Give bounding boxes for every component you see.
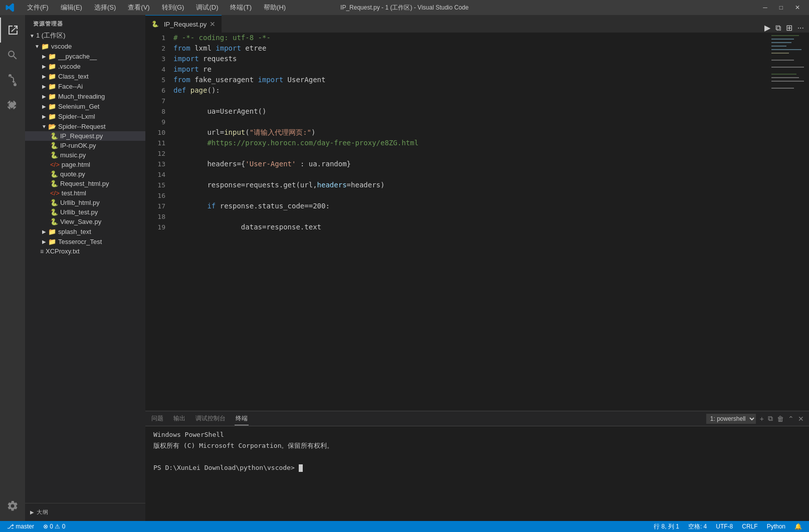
terminal-content[interactable]: Windows PowerShell 版权所有 (C) Microsoft Co… <box>145 426 809 521</box>
run-icon[interactable]: ▶ <box>764 23 770 33</box>
status-eol[interactable]: CRLF <box>740 523 759 530</box>
panel-tab-output[interactable]: 输出 <box>172 412 186 425</box>
minimap-svg <box>769 33 809 233</box>
tree-splash-text[interactable]: ▶ 📁 splash_text <box>25 226 145 236</box>
terminal-selector[interactable]: 1: powershell <box>706 414 756 424</box>
status-errors[interactable]: ⊗ 0 ⚠ 0 <box>41 523 67 530</box>
status-language[interactable]: Python <box>765 523 787 530</box>
extensions-icon[interactable] <box>0 93 25 118</box>
minimize-button[interactable]: ─ <box>759 3 771 12</box>
terminal-trash-icon[interactable]: 🗑 <box>777 415 784 423</box>
outline-header[interactable]: ▶ 大纲 <box>25 506 145 518</box>
panel-tab-debug[interactable]: 调试控制台 <box>194 412 227 425</box>
python-file-icon: 🐍 <box>50 132 58 140</box>
tree-spider-request[interactable]: ▼ 📂 Spider--Request <box>25 121 145 131</box>
faceai-label: Face--Ai <box>58 83 83 90</box>
tree-file-page-html[interactable]: </> page.html <box>25 160 145 169</box>
menu-select[interactable]: 选择(S) <box>91 2 119 13</box>
svg-rect-10 <box>771 77 799 78</box>
status-position[interactable]: 行 8, 列 1 <box>652 522 681 531</box>
tree-file-urllib-html[interactable]: 🐍 Urllib_html.py <box>25 198 145 207</box>
panel-tabs: 问题 输出 调试控制台 终端 1: powershell + ⧉ 🗑 ⌃ ✕ <box>145 411 809 426</box>
panel-close-icon[interactable]: ✕ <box>798 415 804 423</box>
tree-file-ip-runok[interactable]: 🐍 IP-runOK.py <box>25 141 145 150</box>
search-icon[interactable] <box>0 43 25 68</box>
tree-file-request-html[interactable]: 🐍 Request_html.py <box>25 179 145 188</box>
menu-terminal[interactable]: 终端(T) <box>227 2 255 13</box>
tree-file-urllib-test[interactable]: 🐍 Urllib_test.py <box>25 207 145 217</box>
panel-collapse-icon[interactable]: ⌃ <box>788 415 794 423</box>
explorer-icon[interactable] <box>0 18 25 43</box>
code-line-5: from fake_useragent import UserAgent <box>173 75 769 85</box>
code-line-11: #https://proxy.horocn.com/day-free-proxy… <box>173 138 769 148</box>
line-num-10: 10 <box>145 127 165 138</box>
title-bar: 文件(F) 编辑(E) 选择(S) 查看(V) 转到(G) 调试(D) 终端(T… <box>0 0 809 15</box>
terminal-add-icon[interactable]: + <box>760 415 764 423</box>
status-feedback[interactable]: 🔔 <box>792 523 804 530</box>
terminal-line-3 <box>153 451 801 462</box>
folder-icon: 📁 <box>41 43 49 50</box>
tree-class-text[interactable]: ▶ 📁 Class_text <box>25 71 145 81</box>
code-line-1: # -*- coding: utf-8 -*- <box>173 33 769 43</box>
source-control-icon[interactable] <box>0 68 25 93</box>
menu-debug[interactable]: 调试(D) <box>193 2 221 13</box>
close-button[interactable]: ✕ <box>791 3 804 12</box>
status-encoding[interactable]: UTF-8 <box>714 523 735 530</box>
menu-help[interactable]: 帮助(H) <box>261 2 289 13</box>
tree-workspace[interactable]: ▼ 1 (工作区) <box>25 30 145 41</box>
svg-rect-5 <box>771 49 801 50</box>
code-content[interactable]: # -*- coding: utf-8 -*- from lxml import… <box>169 33 769 411</box>
tree-folder-vscode[interactable]: ▼ 📁 vscode <box>25 41 145 51</box>
tree-file-xcproxy[interactable]: ≡ XCProxy.txt <box>25 246 145 256</box>
status-right: 行 8, 列 1 空格: 4 UTF-8 CRLF Python 🔔 <box>652 522 804 531</box>
tree-much-threading[interactable]: ▶ 📁 Much_threading <box>25 91 145 101</box>
tree-file-music[interactable]: 🐍 music.py <box>25 150 145 160</box>
classtext-label: Class_text <box>58 73 89 80</box>
threading-label: Much_threading <box>58 93 105 100</box>
tree-file-test-html[interactable]: </> test.html <box>25 188 145 198</box>
panel-tabs-right: 1: powershell + ⧉ 🗑 ⌃ ✕ <box>706 414 804 424</box>
status-branch[interactable]: ⎇ master <box>5 523 36 530</box>
tree-spider-lxml[interactable]: ▶ 📁 Spider--Lxml <box>25 111 145 121</box>
tree-pycache[interactable]: ▶ 📁 __pycache__ <box>25 51 145 61</box>
maximize-button[interactable]: □ <box>775 3 787 12</box>
panel-tab-terminal[interactable]: 终端 <box>235 412 249 425</box>
svg-rect-11 <box>771 81 804 82</box>
line-numbers: 1 2 3 4 5 6 7 8 9 10 11 12 13 14 15 16 1 <box>145 33 169 411</box>
test-html-label: test.html <box>62 189 86 197</box>
line-num-1: 1 <box>145 33 165 43</box>
tree-tesserocr[interactable]: ▶ 📁 Tesserocr_Test <box>25 236 145 246</box>
tree-file-view-save[interactable]: 🐍 View_Save.py <box>25 217 145 226</box>
tree-selenium[interactable]: ▶ 📁 Selenium_Get <box>25 101 145 111</box>
svg-rect-9 <box>771 74 796 75</box>
settings-icon[interactable] <box>0 496 25 521</box>
menu-edit[interactable]: 编辑(E) <box>58 2 85 13</box>
tab-close-icon[interactable]: ✕ <box>210 20 216 28</box>
line-num-4: 4 <box>145 64 165 75</box>
line-num-11: 11 <box>145 138 165 148</box>
folder-icon: 📁 <box>48 63 56 70</box>
terminal-split-icon[interactable]: ⧉ <box>768 414 773 423</box>
view-save-label: View_Save.py <box>60 218 101 225</box>
python-file-icon: 🐍 <box>50 170 58 178</box>
split-editor-icon[interactable]: ⧉ <box>775 24 781 33</box>
status-spaces[interactable]: 空格: 4 <box>686 522 709 531</box>
spiderrequest-arrow: ▼ <box>40 122 48 130</box>
tree-file-ip-request[interactable]: 🐍 IP_Request.py <box>25 131 145 141</box>
quote-label: quote.py <box>60 170 85 178</box>
html-file-icon: </> <box>50 189 60 197</box>
urllib-html-label: Urllib_html.py <box>60 199 100 206</box>
code-line-2: from lxml import etree <box>173 43 769 54</box>
menu-goto[interactable]: 转到(G) <box>159 2 187 13</box>
more-actions-icon[interactable]: ··· <box>797 24 804 33</box>
tree-vscode-dir[interactable]: ▶ 📁 .vscode <box>25 61 145 71</box>
panel-tab-problems[interactable]: 问题 <box>150 412 164 425</box>
tree-face-ai[interactable]: ▶ 📁 Face--Ai <box>25 81 145 91</box>
editor-layout-icon[interactable]: ⊞ <box>786 23 792 33</box>
menu-file[interactable]: 文件(F) <box>24 2 52 13</box>
editor-tab-ip-request[interactable]: 🐍 IP_Request.py ✕ <box>145 15 222 33</box>
splash-label: splash_text <box>58 228 91 235</box>
tree-file-quote[interactable]: 🐍 quote.py <box>25 169 145 179</box>
ip-request-label: IP_Request.py <box>60 132 103 140</box>
menu-view[interactable]: 查看(V) <box>125 2 152 13</box>
